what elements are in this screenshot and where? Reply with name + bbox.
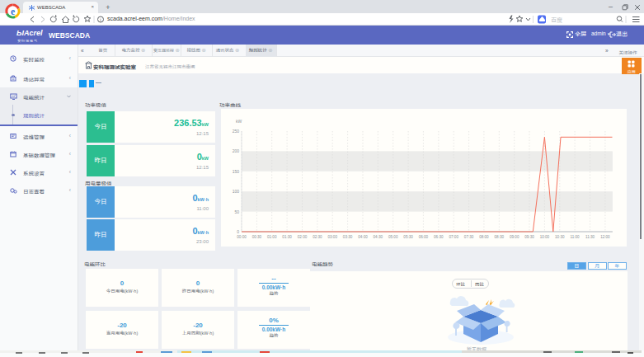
svg-text:06:30: 06:30 (434, 235, 444, 239)
svg-text:12:00: 12:00 (600, 235, 610, 239)
svg-text:10:30: 10:30 (555, 235, 565, 239)
svg-text:09:00: 09:00 (510, 235, 519, 239)
svg-text:11:30: 11:30 (585, 235, 595, 239)
svg-text:02:30: 02:30 (313, 235, 322, 239)
svg-text:07:00: 07:00 (449, 235, 458, 239)
svg-text:11:00: 11:00 (571, 235, 581, 239)
svg-text:100: 100 (233, 189, 240, 194)
svg-text:00:30: 00:30 (252, 235, 262, 239)
svg-text:04:30: 04:30 (374, 235, 383, 239)
svg-text:08:00: 08:00 (479, 235, 489, 239)
svg-text:03:00: 03:00 (327, 235, 337, 239)
svg-text:09:30: 09:30 (524, 235, 534, 239)
svg-text:00:00: 00:00 (237, 235, 247, 239)
svg-text:250: 250 (233, 129, 240, 134)
svg-text:08:30: 08:30 (495, 235, 505, 239)
svg-text:04:00: 04:00 (358, 235, 368, 239)
svg-text:e: e (11, 6, 15, 16)
svg-text:01:00: 01:00 (267, 235, 277, 239)
svg-text:50: 50 (234, 209, 239, 214)
svg-text:0: 0 (237, 229, 239, 234)
svg-text:06:00: 06:00 (419, 235, 429, 239)
svg-text:05:00: 05:00 (388, 235, 398, 239)
svg-text:05:30: 05:30 (403, 235, 413, 239)
svg-text:02:00: 02:00 (298, 235, 308, 239)
svg-text:07:30: 07:30 (464, 235, 474, 239)
svg-text:150: 150 (233, 169, 240, 174)
svg-text:03:30: 03:30 (343, 235, 353, 239)
svg-text:01:30: 01:30 (282, 235, 292, 239)
svg-text:200: 200 (233, 148, 240, 153)
svg-text:10:00: 10:00 (540, 235, 550, 239)
svg-text:i: i (100, 17, 101, 22)
